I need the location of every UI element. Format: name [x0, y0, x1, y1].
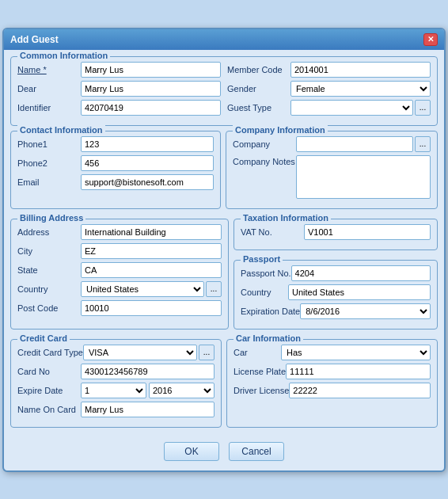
country-label: Country: [17, 284, 81, 294]
postcode-label: Post Code: [17, 303, 81, 313]
vat-label: VAT No.: [241, 227, 304, 237]
name-input[interactable]: [81, 62, 221, 78]
email-label: Email: [17, 177, 81, 187]
credit-card-label: Credit Card: [17, 333, 70, 343]
company-notes-label: Company Notes: [233, 155, 296, 166]
contact-info-group: Contact Information Phone1 Phone2 Email: [10, 131, 221, 209]
expiration-label: Expiration Date: [241, 307, 300, 316]
phone1-label: Phone1: [17, 139, 81, 149]
phone1-input[interactable]: [81, 136, 214, 152]
driver-license-input[interactable]: [289, 383, 431, 398]
bottom-buttons: OK Cancel: [10, 437, 438, 464]
dear-label: Dear: [17, 84, 81, 93]
gender-select[interactable]: Female Male: [290, 81, 431, 97]
address-input[interactable]: [81, 224, 222, 240]
title-bar: Add Guest ✕: [4, 29, 444, 50]
card-no-input[interactable]: [81, 364, 215, 379]
contact-info-label: Contact Information: [17, 125, 105, 135]
country-select[interactable]: United States United Kingdom Canada: [81, 281, 204, 297]
postcode-input[interactable]: [81, 300, 222, 316]
card-type-browse-button[interactable]: ...: [199, 345, 215, 360]
city-label: City: [17, 246, 81, 256]
company-notes-textarea[interactable]: [296, 155, 431, 199]
gender-label: Gender: [227, 84, 290, 93]
identifier-label: Identifier: [17, 103, 81, 112]
dear-input[interactable]: [81, 81, 221, 97]
company-info-group: Company Information Company ... Company …: [226, 131, 438, 209]
address-label: Address: [17, 227, 81, 237]
guest-type-label: Guest Type: [227, 103, 290, 112]
license-input[interactable]: [286, 364, 431, 379]
expire-year-select[interactable]: 20162017201820192020: [149, 383, 215, 398]
car-select[interactable]: Has No: [281, 345, 431, 360]
billing-address-group: Billing Address Address City State Count…: [10, 219, 229, 329]
company-label: Company: [233, 139, 296, 149]
car-info-label: Car Information: [233, 333, 303, 343]
car-label: Car: [233, 348, 281, 357]
common-info-label: Common Information: [17, 51, 110, 60]
expire-month-select[interactable]: 1234 5678 9101112: [81, 383, 146, 398]
passport-country-label: Country: [241, 288, 288, 297]
passport-no-label: Passport No.: [241, 269, 291, 278]
window-title: Add Guest: [10, 34, 59, 45]
close-button[interactable]: ✕: [423, 33, 438, 46]
city-input[interactable]: [81, 243, 222, 259]
email-input[interactable]: [81, 174, 214, 190]
company-input[interactable]: [296, 136, 413, 152]
add-guest-window: Add Guest ✕ Common Information Name * De…: [2, 28, 446, 472]
card-type-select[interactable]: VISA MasterCard AMEX: [83, 345, 197, 360]
passport-label: Passport: [241, 254, 283, 264]
card-type-label: Credit Card Type: [17, 348, 83, 357]
billing-label: Billing Address: [17, 213, 85, 223]
phone2-label: Phone2: [17, 158, 81, 168]
company-browse-button[interactable]: ...: [415, 136, 431, 152]
vat-input[interactable]: [304, 224, 431, 240]
car-info-group: Car Information Car Has No License Plate…: [226, 339, 438, 428]
expire-date-label: Expire Date: [17, 386, 81, 395]
guest-type-select[interactable]: [290, 100, 413, 116]
passport-group: Passport Passport No. Country Expiration…: [233, 260, 438, 329]
phone2-input[interactable]: [81, 155, 214, 171]
country-browse-button[interactable]: ...: [206, 281, 222, 297]
identifier-input[interactable]: [81, 100, 221, 116]
taxation-group: Taxation Information VAT No.: [233, 219, 438, 250]
expiration-select[interactable]: 8/6/2016 8/6/2017: [300, 303, 431, 319]
driver-license-label: Driver License: [233, 386, 289, 395]
cancel-button[interactable]: Cancel: [229, 442, 284, 461]
guest-type-browse-button[interactable]: ...: [415, 100, 431, 116]
card-no-label: Card No: [17, 367, 81, 376]
name-on-card-label: Name On Card: [17, 405, 81, 414]
license-label: License Plate: [233, 367, 286, 376]
common-info-group: Common Information Name * Dear Identifie…: [10, 56, 438, 126]
taxation-label: Taxation Information: [241, 213, 331, 223]
state-label: State: [17, 265, 81, 275]
member-code-label: Member Code: [227, 65, 290, 74]
name-on-card-input[interactable]: [81, 402, 215, 417]
passport-no-input[interactable]: [291, 265, 431, 281]
state-input[interactable]: [81, 262, 222, 278]
passport-country-input[interactable]: [288, 284, 431, 300]
name-label: Name *: [17, 65, 81, 74]
credit-card-group: Credit Card Credit Card Type VISA Master…: [10, 339, 222, 428]
ok-button[interactable]: OK: [164, 442, 219, 461]
company-info-label: Company Information: [233, 125, 328, 135]
member-code-input[interactable]: [290, 62, 431, 78]
